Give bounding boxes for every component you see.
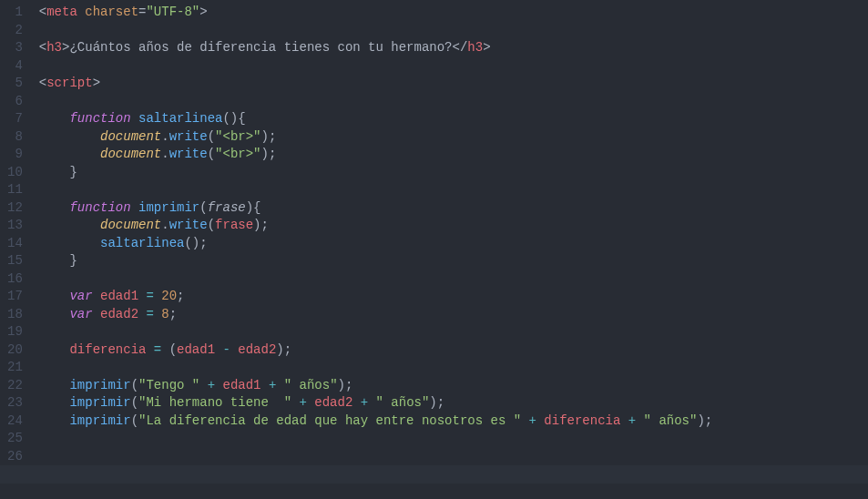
code-line[interactable]: var edad2 = 8; (39, 306, 868, 324)
code-line[interactable]: } (39, 164, 868, 182)
token: saltarlinea (138, 111, 222, 126)
line-number: 11 (7, 181, 23, 199)
code-line[interactable]: } (39, 252, 868, 270)
token: meta (46, 5, 77, 19)
token: ){ (246, 200, 261, 215)
token: "<br>" (215, 129, 260, 144)
token: ( (161, 342, 177, 357)
line-number: 13 (7, 217, 23, 235)
token (39, 236, 100, 250)
line-number: 9 (7, 146, 23, 164)
token (39, 289, 70, 303)
token: ( (208, 147, 215, 161)
line-number: 12 (7, 199, 23, 218)
token (261, 378, 269, 392)
token (131, 111, 138, 126)
line-number-gutter: 1234567891011121314151617181920212223242… (0, 0, 36, 499)
token: (){ (222, 111, 245, 126)
token (39, 129, 100, 144)
token (352, 395, 360, 410)
code-line[interactable] (39, 181, 868, 199)
token (93, 289, 100, 303)
token: document (100, 129, 161, 144)
token: " años" (284, 378, 338, 392)
token (39, 200, 70, 215)
token: function (69, 111, 130, 126)
token: "Tengo " (138, 378, 199, 392)
token: var (69, 289, 92, 303)
token: ); (697, 413, 712, 428)
code-line[interactable]: <script> (39, 75, 868, 93)
token: ( (208, 218, 215, 232)
code-line[interactable]: imprimir("La diferencia de edad que hay … (39, 412, 868, 431)
code-line[interactable] (39, 93, 868, 111)
code-line[interactable] (39, 448, 868, 466)
code-line[interactable]: document.write("<br>"); (39, 146, 868, 164)
line-number: 2 (7, 22, 23, 40)
token: ; (177, 289, 184, 303)
token: ); (429, 395, 444, 410)
token: imprimir (69, 378, 130, 392)
code-line[interactable]: imprimir("Mi hermano tiene " + edad2 + "… (39, 394, 868, 412)
token (39, 218, 100, 232)
line-number: 16 (7, 270, 23, 289)
token: + (361, 395, 368, 410)
code-line[interactable] (39, 323, 868, 341)
token: > (483, 40, 490, 55)
token: frase (208, 200, 246, 215)
token: = (146, 289, 153, 303)
line-number: 8 (7, 128, 23, 147)
line-number: 20 (7, 341, 23, 360)
token (39, 147, 100, 161)
token: h3 (46, 40, 62, 55)
token: + (529, 413, 536, 428)
token: + (628, 413, 636, 428)
line-number: 18 (7, 306, 23, 324)
line-number: 1 (7, 4, 23, 22)
token: < (39, 5, 46, 19)
code-line[interactable]: imprimir("Tengo " + edad1 + " años"); (39, 377, 868, 395)
code-line[interactable]: var edad1 = 20; (39, 288, 868, 306)
code-line[interactable]: saltarlinea(); (39, 235, 868, 253)
token: . (161, 129, 168, 144)
token (636, 413, 643, 428)
token (39, 307, 70, 321)
token: 8 (161, 307, 168, 321)
code-area[interactable]: <meta charset="UTF-8"><h3>¿Cuántos años … (36, 0, 868, 499)
code-line[interactable]: <meta charset="UTF-8"> (39, 4, 868, 22)
token: " años" (376, 395, 430, 410)
token: h3 (467, 40, 483, 55)
code-line[interactable]: </script>S (39, 465, 868, 484)
code-line[interactable] (39, 359, 868, 377)
token (620, 413, 628, 428)
code-line[interactable]: document.write(frase); (39, 217, 868, 235)
token (199, 378, 207, 392)
token: diferencia (69, 342, 146, 357)
code-editor[interactable]: 1234567891011121314151617181920212223242… (0, 0, 868, 499)
token: " años" (644, 413, 698, 428)
code-line[interactable]: function imprimir(frase){ (39, 199, 868, 218)
token: ¿Cuántos años de diferencia tienes con t… (69, 40, 452, 55)
code-line[interactable]: function saltarlinea(){ (39, 110, 868, 128)
line-number: 3 (7, 39, 23, 57)
token: </ (453, 40, 468, 55)
token (368, 395, 375, 410)
line-number: 14 (7, 235, 23, 253)
code-line[interactable] (39, 22, 868, 40)
token (131, 200, 138, 215)
token: imprimir (69, 395, 130, 410)
code-line[interactable] (39, 57, 868, 76)
code-line[interactable]: diferencia = (edad1 - edad2); (39, 341, 868, 360)
token: diferencia (544, 413, 620, 428)
code-line[interactable]: document.write("<br>"); (39, 128, 868, 147)
code-line[interactable]: <h3>¿Cuántos años de diferencia tienes c… (39, 39, 868, 57)
code-line[interactable] (39, 270, 868, 289)
token: < (39, 76, 46, 90)
token: ; (169, 307, 177, 321)
token: < (39, 40, 46, 55)
code-line[interactable] (39, 430, 868, 448)
line-number: 24 (7, 412, 23, 431)
token: document (100, 218, 161, 232)
token: edad2 (100, 307, 138, 321)
token: "La diferencia de edad que hay entre nos… (138, 413, 521, 428)
